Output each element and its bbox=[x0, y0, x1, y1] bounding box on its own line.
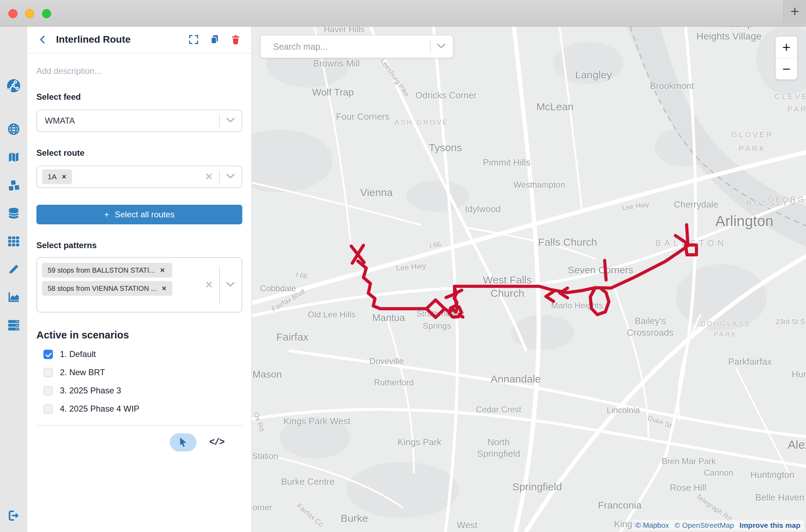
feed-select-value: WMATA bbox=[37, 116, 219, 126]
route-select[interactable]: 1A ✕ ✕ bbox=[36, 166, 242, 188]
zoom-in-button[interactable]: + bbox=[776, 36, 797, 58]
checkbox-unchecked[interactable] bbox=[43, 368, 53, 377]
mapbox-link[interactable]: © Mapbox bbox=[635, 521, 669, 529]
select-all-routes-label: Select all routes bbox=[115, 210, 175, 219]
pattern-chip: 58 stops from VIENNA STATION ... ✕ bbox=[42, 281, 172, 296]
clear-selection-icon[interactable]: ✕ bbox=[199, 171, 219, 182]
delete-trash-icon[interactable] bbox=[230, 34, 241, 45]
select-feed-label: Select feed bbox=[36, 92, 242, 102]
scenario-checkbox-row[interactable]: 4. 2025 Phase 4 WIP bbox=[36, 404, 242, 414]
sidebar-item-map[interactable] bbox=[7, 150, 21, 164]
select-patterns-label: Select patterns bbox=[36, 240, 242, 250]
divider bbox=[430, 40, 431, 53]
map-canvas[interactable]: Haver HillsBrowns MillLeesburg PikeWolf … bbox=[252, 26, 806, 532]
back-button[interactable] bbox=[38, 34, 48, 45]
cursor-icon bbox=[179, 437, 188, 448]
chevron-down-icon[interactable] bbox=[437, 43, 445, 50]
scenarios-heading: Active in scenarios bbox=[36, 329, 242, 341]
scenario-checkbox-row[interactable]: 3. 2025 Phase 3 bbox=[36, 386, 242, 396]
scenario-label: 4. 2025 Phase 4 WIP bbox=[60, 404, 139, 414]
plus-icon: + bbox=[104, 210, 109, 219]
chevron-down-icon[interactable] bbox=[226, 282, 235, 288]
route-segment bbox=[459, 315, 463, 317]
sidebar-item-network-cubes[interactable] bbox=[7, 178, 21, 192]
conveyal-logo-icon bbox=[7, 79, 21, 93]
route-segment bbox=[686, 245, 696, 255]
select-all-routes-button[interactable]: + Select all routes bbox=[36, 205, 242, 224]
divider bbox=[36, 425, 242, 426]
clear-selection-icon[interactable]: ✕ bbox=[199, 279, 219, 290]
sidebar-item-grid[interactable] bbox=[7, 234, 21, 248]
new-tab-button[interactable]: + bbox=[783, 0, 806, 23]
chevron-down-icon[interactable] bbox=[226, 118, 235, 124]
map-attribution: © Mapbox © OpenStreetMap Improve this ma… bbox=[632, 520, 804, 531]
route-chip: 1A ✕ bbox=[42, 169, 72, 184]
patterns-select[interactable]: 59 stops from BALLSTON STATI... ✕ 58 sto… bbox=[36, 257, 242, 313]
route-segment bbox=[454, 247, 686, 293]
sidebar-item-resources-server[interactable] bbox=[7, 318, 21, 332]
divider bbox=[219, 170, 220, 183]
window-zoom-button[interactable] bbox=[42, 9, 51, 18]
pattern-chip: 59 stops from BALLSTON STATI... ✕ bbox=[42, 263, 172, 278]
route-segment bbox=[454, 287, 457, 306]
scenario-checkbox-row[interactable]: 1. Default bbox=[36, 349, 242, 359]
chevron-down-icon[interactable] bbox=[226, 174, 235, 180]
zoom-out-button[interactable]: − bbox=[776, 58, 797, 79]
openstreetmap-link[interactable]: © OpenStreetMap bbox=[675, 521, 734, 529]
route-segment bbox=[546, 292, 554, 301]
route-segment bbox=[590, 288, 609, 315]
pattern-chip-label: 58 stops from VIENNA STATION ... bbox=[48, 285, 157, 293]
window-close-button[interactable] bbox=[8, 9, 18, 18]
chip-remove-icon[interactable]: ✕ bbox=[160, 267, 165, 274]
sidebar-item-regions[interactable] bbox=[7, 122, 21, 136]
scenario-checkbox-row[interactable]: 2. New BRT bbox=[36, 368, 242, 377]
scenario-label: 2. New BRT bbox=[60, 368, 105, 377]
checkbox-unchecked[interactable] bbox=[43, 404, 53, 414]
divider bbox=[219, 266, 220, 304]
chip-remove-icon[interactable]: ✕ bbox=[62, 173, 67, 181]
sign-out-icon[interactable] bbox=[7, 509, 21, 523]
route-segment bbox=[605, 260, 606, 280]
description-placeholder[interactable]: Add description... bbox=[36, 66, 242, 76]
sidebar-rail: ? bbox=[0, 26, 28, 532]
page-title: Interlined Route bbox=[56, 34, 188, 45]
modification-panel: Interlined Route Add description... Sele… bbox=[27, 26, 252, 532]
route-overlay bbox=[252, 26, 806, 532]
map-search-box[interactable] bbox=[260, 35, 453, 58]
route-segment bbox=[456, 290, 462, 293]
divider bbox=[219, 114, 220, 127]
checkbox-checked[interactable] bbox=[43, 350, 53, 359]
sidebar-item-edit[interactable] bbox=[7, 262, 21, 276]
sidebar-item-database[interactable] bbox=[7, 206, 21, 220]
map-cursor-tool-button[interactable] bbox=[170, 433, 196, 451]
chip-remove-icon[interactable]: ✕ bbox=[162, 285, 167, 292]
checkbox-unchecked[interactable] bbox=[43, 386, 53, 396]
feed-select[interactable]: WMATA bbox=[36, 110, 242, 132]
window-minimize-button[interactable] bbox=[25, 9, 34, 18]
window-title-bar: + bbox=[0, 0, 806, 27]
scenario-label: 3. 2025 Phase 3 bbox=[60, 386, 121, 396]
sidebar-item-analysis-chart[interactable] bbox=[7, 290, 21, 304]
route-segment bbox=[358, 261, 426, 309]
code-view-button[interactable]: </> bbox=[207, 437, 226, 448]
panel-header: Interlined Route bbox=[27, 26, 251, 54]
search-input[interactable] bbox=[260, 41, 430, 52]
route-chip-label: 1A bbox=[48, 173, 57, 181]
improve-map-link[interactable]: Improve this map bbox=[739, 521, 800, 529]
map-zoom-control: + − bbox=[775, 36, 798, 80]
select-route-label: Select route bbox=[36, 148, 242, 158]
route-segment bbox=[675, 236, 686, 243]
route-segment bbox=[426, 300, 445, 317]
fit-bounds-icon[interactable] bbox=[188, 34, 199, 45]
scenario-label: 1. Default bbox=[60, 349, 96, 359]
pattern-chip-label: 59 stops from BALLSTON STATI... bbox=[48, 266, 155, 274]
route-segment bbox=[446, 294, 454, 298]
copy-icon[interactable] bbox=[209, 34, 220, 45]
